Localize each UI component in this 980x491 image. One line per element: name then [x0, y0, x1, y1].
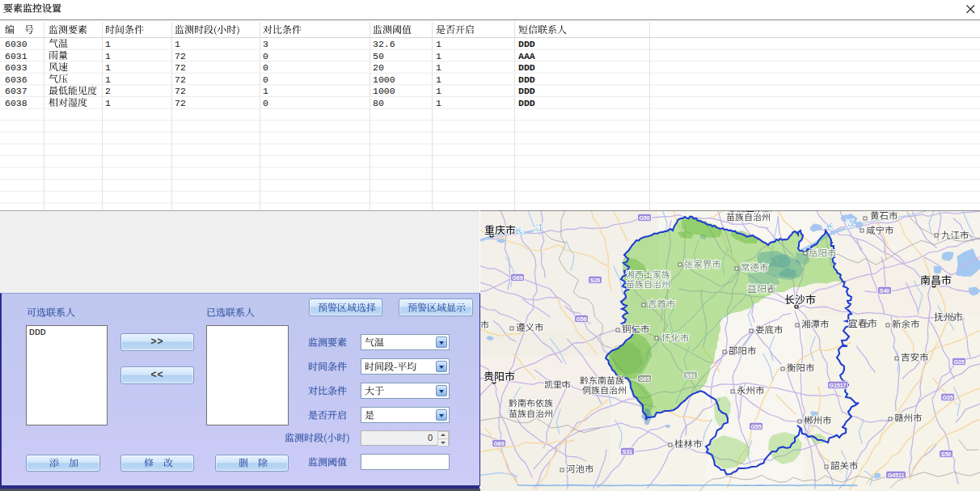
svg-text:0: 0 [263, 98, 268, 108]
svg-text:G56: G56 [576, 316, 586, 322]
svg-text:1: 1 [436, 98, 441, 108]
svg-text:3: 3 [263, 39, 268, 49]
svg-text:72: 72 [175, 51, 186, 61]
svg-text:1: 1 [436, 39, 441, 49]
svg-text:1: 1 [105, 39, 111, 49]
svg-text:72: 72 [175, 98, 186, 108]
svg-text:0: 0 [263, 74, 268, 85]
svg-text:1: 1 [175, 39, 180, 49]
svg-text:50: 50 [373, 51, 384, 61]
svg-text:G55: G55 [750, 424, 761, 430]
svg-text:G4511: G4511 [888, 472, 905, 478]
svg-text:32.6: 32.6 [373, 39, 395, 49]
svg-text:S26: S26 [590, 277, 601, 283]
svg-text:1: 1 [436, 51, 441, 61]
svg-text:S50: S50 [941, 451, 952, 457]
svg-text:72: 72 [175, 86, 186, 96]
svg-text:G50: G50 [639, 215, 649, 221]
svg-text:1000: 1000 [373, 86, 395, 96]
svg-text:20: 20 [373, 62, 384, 73]
svg-text:1: 1 [105, 98, 111, 108]
svg-text:6036: 6036 [5, 74, 27, 85]
svg-text:DDD: DDD [518, 98, 535, 108]
svg-text:DDD: DDD [518, 62, 535, 73]
svg-text:1: 1 [105, 62, 111, 73]
svg-text:1: 1 [436, 86, 441, 96]
svg-text:G1517: G1517 [829, 383, 846, 388]
svg-text:G35: G35 [953, 359, 964, 365]
svg-text:6033: 6033 [5, 62, 27, 73]
svg-text:72: 72 [175, 74, 186, 85]
svg-text:72: 72 [175, 62, 186, 73]
svg-text:80: 80 [373, 98, 384, 108]
svg-text:1: 1 [436, 74, 441, 85]
svg-text:S40: S40 [880, 288, 890, 294]
svg-text:S31: S31 [623, 449, 633, 455]
svg-text:AAA: AAA [518, 51, 535, 61]
svg-text:G65: G65 [639, 376, 649, 382]
svg-text:1: 1 [436, 62, 441, 73]
svg-text:6031: 6031 [5, 51, 27, 61]
svg-text:G35: G35 [942, 395, 953, 400]
svg-text:G69: G69 [493, 441, 504, 447]
svg-text:1: 1 [105, 74, 111, 85]
svg-text:DDD: DDD [518, 39, 535, 49]
svg-text:1000: 1000 [373, 74, 395, 85]
svg-text:0: 0 [263, 62, 268, 73]
svg-text:6037: 6037 [5, 86, 27, 96]
svg-text:6038: 6038 [5, 98, 27, 108]
svg-text:DDD: DDD [518, 86, 535, 96]
svg-text:1: 1 [263, 86, 268, 96]
svg-text:DDD: DDD [518, 74, 535, 85]
svg-text:6030: 6030 [5, 39, 27, 49]
svg-text:0: 0 [263, 51, 268, 61]
svg-text:2: 2 [105, 86, 111, 96]
svg-text:S91: S91 [686, 373, 696, 379]
svg-text:1: 1 [105, 51, 111, 61]
svg-text:G69: G69 [512, 275, 522, 281]
